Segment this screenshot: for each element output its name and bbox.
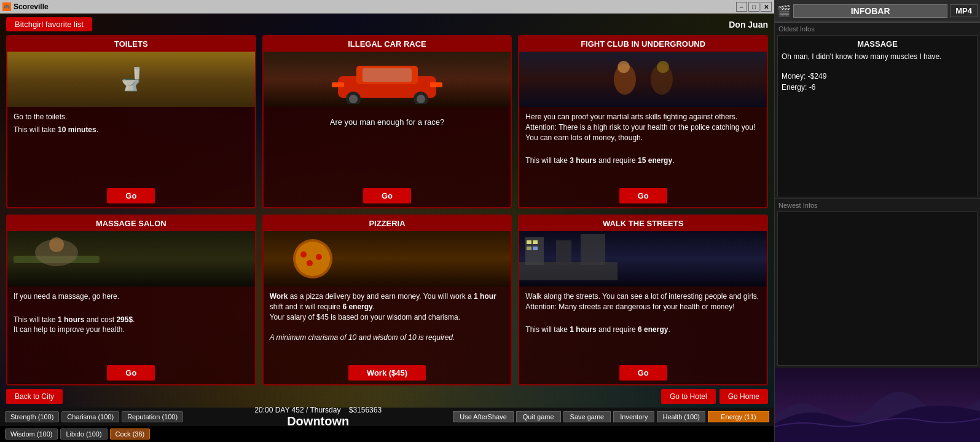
svg-point-4 <box>349 95 358 103</box>
message-body: Oh man, I didn't know how many muscles I… <box>782 52 973 61</box>
streets-icon <box>519 231 617 280</box>
svg-point-11 <box>617 61 630 73</box>
card-toilets-title: TOILETS <box>7 36 255 52</box>
card-massage-salon-body: If you need a massage, go here. This wil… <box>7 286 255 361</box>
game-content: Bitchgirl favorite list Don Juan TOILETS… <box>0 14 774 442</box>
bottom-action-bar: Back to City Go to Hotel Go Home <box>0 385 774 408</box>
card-fight-club-title: FIGHT CLUB IN UNDERGROUND <box>519 36 767 52</box>
top-bar: Bitchgirl favorite list Don Juan <box>0 14 774 35</box>
close-button[interactable]: ✕ <box>761 2 772 12</box>
card-walk-streets: WALK THE STREETS <box>518 215 768 385</box>
card-toilets-image: 🚽 <box>7 52 255 107</box>
back-to-city-button[interactable]: Back to City <box>6 389 63 404</box>
pizzeria-work-button[interactable]: Work ($45) <box>348 365 426 381</box>
message-title: MASSAGE <box>782 39 973 49</box>
libido-badge: Libido (100) <box>60 428 107 440</box>
svg-rect-7 <box>332 82 344 87</box>
player-name: Don Juan <box>729 20 768 30</box>
infobar-header: 🎬 INFOBAR MP4 <box>775 0 980 22</box>
strength-badge: Strength (100) <box>5 411 59 422</box>
card-toilets: TOILETS 🚽 Go to the toilets. This will t… <box>6 35 256 208</box>
svg-rect-2 <box>363 68 412 82</box>
svg-rect-26 <box>533 240 538 244</box>
card-car-race-title: ILLEGAL CAR RACE <box>264 36 511 52</box>
title-bar-left: 🎮 Scoreville <box>2 2 49 11</box>
massage-salon-go-button[interactable]: Go <box>107 365 155 381</box>
svg-point-17 <box>296 242 330 276</box>
minimize-button[interactable]: − <box>736 2 747 12</box>
card-massage-salon-footer: Go <box>7 361 255 384</box>
card-car-race-image <box>264 52 511 107</box>
stat-badges-row1: Strength (100) Charisma (100) Reputation… <box>5 411 183 422</box>
bottom-scene-image <box>775 368 980 442</box>
svg-rect-27 <box>527 247 531 250</box>
svg-point-19 <box>316 254 322 260</box>
card-walk-streets-body: Walk along the streets. You can see a lo… <box>519 286 767 361</box>
window-title: Scoreville <box>14 2 49 11</box>
film-icon: 🎬 <box>777 4 791 18</box>
svg-rect-8 <box>430 82 442 87</box>
card-pizzeria-body: Work as a pizza delivery boy and earn mo… <box>264 286 511 361</box>
go-home-button[interactable]: Go Home <box>719 389 768 404</box>
time-text: 20:00 DAY 452 / Thursday <box>254 406 340 414</box>
newest-infos-label: Newest Infos <box>775 199 980 210</box>
quit-game-button[interactable]: Quit game <box>516 411 561 422</box>
card-massage-salon: MASSAGE SALON If you need a massage, go … <box>6 215 256 385</box>
health-display: Health (100) <box>657 411 705 422</box>
svg-rect-25 <box>527 240 531 244</box>
cock-badge: Cock (36) <box>110 428 151 440</box>
card-fight-club-footer: Go <box>519 184 767 207</box>
card-fight-club-body: Here you can proof your martial arts ski… <box>519 107 767 184</box>
inventory-button[interactable]: Inventory <box>613 411 654 422</box>
infobar-title-button[interactable]: INFOBAR <box>793 4 947 18</box>
card-car-race: ILLEGAL CAR RACE <box>262 35 512 208</box>
svg-rect-23 <box>556 240 571 265</box>
svg-rect-28 <box>533 247 538 250</box>
game-info-center: 20:00 DAY 452 / Thursday $3156363 Downto… <box>254 406 382 428</box>
newest-infos-section <box>777 211 978 366</box>
energy-display: Energy (11) <box>708 411 769 422</box>
infobar-panel: 🎬 INFOBAR MP4 Oldest Infos MASSAGE Oh ma… <box>774 0 980 442</box>
message-energy: Energy: -6 <box>782 83 973 92</box>
svg-point-6 <box>417 95 425 103</box>
card-pizzeria-footer: Work ($45) <box>264 361 511 384</box>
card-pizzeria-title: PIZZERIA <box>264 216 511 231</box>
content-area: Bitchgirl favorite list Don Juan TOILETS… <box>0 14 774 442</box>
favorite-list-button[interactable]: Bitchgirl favorite list <box>6 17 92 31</box>
bottom-left-actions: Back to City <box>6 389 63 404</box>
right-actions: Use AfterShave Quit game Save game Inven… <box>453 411 769 422</box>
card-car-race-body: Are you man enough for a race? <box>264 107 511 184</box>
walk-streets-go-button[interactable]: Go <box>619 365 667 381</box>
message-money: Money: -$249 <box>782 72 973 81</box>
maximize-button[interactable]: □ <box>748 2 759 12</box>
pizza-icon <box>264 231 362 280</box>
card-toilets-body: Go to the toilets. This will take 10 min… <box>7 107 255 184</box>
title-bar-buttons: − □ ✕ <box>736 2 772 12</box>
money-text: $3156363 <box>349 406 382 414</box>
card-car-race-footer: Go <box>264 184 511 207</box>
use-aftershave-button[interactable]: Use AfterShave <box>453 411 513 422</box>
toilets-go-button[interactable]: Go <box>107 188 155 203</box>
svg-point-18 <box>300 251 307 258</box>
massage-icon <box>7 231 106 280</box>
bottom-right-actions: Go to Hotel Go Home <box>661 389 768 404</box>
reputation-badge: Reputation (100) <box>122 411 183 422</box>
oldest-infos-section: MASSAGE Oh man, I didn't know how many m… <box>777 35 978 197</box>
title-bar: 🎮 Scoreville − □ ✕ <box>0 0 774 14</box>
car-race-go-button[interactable]: Go <box>363 188 411 203</box>
card-fight-club: FIGHT CLUB IN UNDERGROUND Here you can p… <box>518 35 768 208</box>
fight-club-go-button[interactable]: Go <box>619 188 667 203</box>
go-to-hotel-button[interactable]: Go to Hotel <box>661 389 716 404</box>
card-walk-streets-image <box>519 231 767 286</box>
oldest-infos-label: Oldest Infos <box>775 22 980 34</box>
svg-point-20 <box>307 260 313 266</box>
card-walk-streets-footer: Go <box>519 361 767 384</box>
car-icon <box>326 55 449 104</box>
card-massage-salon-image <box>7 231 255 286</box>
cards-grid: TOILETS 🚽 Go to the toilets. This will t… <box>0 35 774 385</box>
save-game-button[interactable]: Save game <box>563 411 611 422</box>
fight-icon <box>600 55 686 104</box>
card-pizzeria-image <box>264 231 511 286</box>
game-window: 🎮 Scoreville − □ ✕ Bitchgirl favorite li… <box>0 0 774 442</box>
card-toilets-footer: Go <box>7 184 255 207</box>
